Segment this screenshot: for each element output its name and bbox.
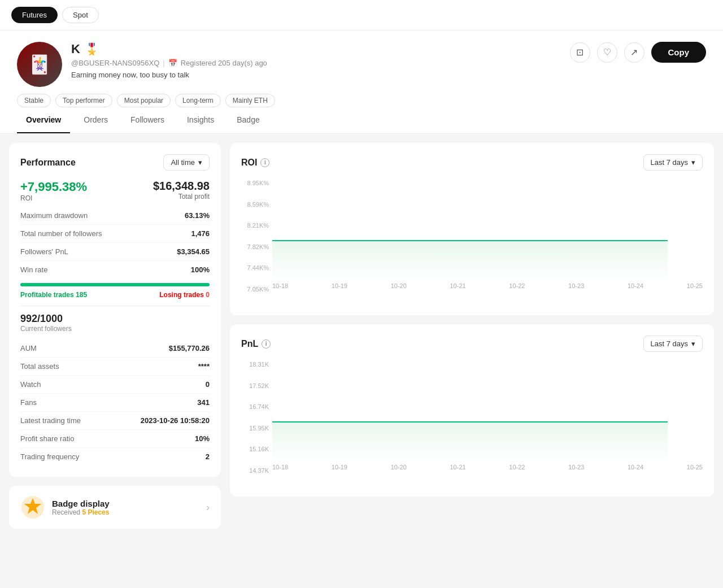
tag-top-performer: Top performer xyxy=(55,94,112,107)
trading-frequency-value: 2 xyxy=(206,452,210,461)
pnl-info-icon[interactable]: i xyxy=(262,339,271,349)
roi-chart-area: 8.95K% 8.59K% 8.21K% 7.82K% 7.44K% 7.05K… xyxy=(241,180,703,304)
tab-insights[interactable]: Insights xyxy=(178,107,223,133)
total-followers-value: 1,476 xyxy=(191,229,210,238)
total-profit-label: Total profit xyxy=(115,193,210,201)
current-followers-count: 992/1000 xyxy=(20,313,210,325)
futures-tab[interactable]: Futures xyxy=(11,7,58,23)
profile-bio: Earning money now, too busy to talk xyxy=(71,71,561,79)
tags-row: Stable Top performer Most popular Long-t… xyxy=(17,94,706,107)
left-panel: Performance All time ▾ +7,995.38% ROI $1… xyxy=(9,143,221,529)
profile-header: 🃏 K 🎖️ @BGUSER-NANS0956XQ | 📅 Registered… xyxy=(0,31,723,107)
win-rate-label: Win rate xyxy=(20,265,47,274)
total-profit-value: $16,348.98 xyxy=(115,180,210,193)
profile-username: @BGUSER-NANS0956XQ xyxy=(71,59,159,67)
profile-registered: 📅 xyxy=(168,59,177,67)
trades-row: Profitable trades 185 Losing trades 0 xyxy=(20,291,210,299)
copy-button[interactable]: Copy xyxy=(651,42,707,63)
pnl-y-axis: 18.31K 17.52K 16.74K 15.95K 15.16K 14.37… xyxy=(241,361,272,485)
roi-chart-svg xyxy=(272,180,703,281)
svg-marker-2 xyxy=(272,241,668,281)
chevron-right-icon: › xyxy=(206,502,210,513)
roi-chart-card: ROI i Last 7 days ▾ 8.95K% 8.59K% 8.21K%… xyxy=(230,143,714,315)
badge-icon xyxy=(20,495,45,520)
profitable-trades: Profitable trades 185 xyxy=(20,291,87,299)
pnl-period-dropdown[interactable]: Last 7 days ▾ xyxy=(643,336,703,352)
nav-tabs: Overview Orders Followers Insights Badge xyxy=(0,107,723,134)
roi-x-axis: 10-18 10-19 10-20 10-21 10-22 10-23 10-2… xyxy=(272,281,703,290)
performance-card: Performance All time ▾ +7,995.38% ROI $1… xyxy=(9,143,221,477)
pnl-x-axis: 10-18 10-19 10-20 10-21 10-22 10-23 10-2… xyxy=(272,463,703,472)
aum-value: $155,770.26 xyxy=(169,344,210,352)
roi-period-dropdown[interactable]: Last 7 days ▾ xyxy=(643,154,703,171)
heart-icon[interactable]: ♡ xyxy=(597,42,617,63)
current-followers-label: Current followers xyxy=(20,325,210,333)
watch-value: 0 xyxy=(206,380,210,389)
share-icon[interactable]: ↗ xyxy=(624,42,644,63)
svg-marker-4 xyxy=(272,422,668,463)
pnl-chart-area: 18.31K 17.52K 16.74K 15.95K 15.16K 14.37… xyxy=(241,361,703,485)
total-assets-label: Total assets xyxy=(20,362,59,371)
tab-badge[interactable]: Badge xyxy=(228,107,268,133)
roi-chart-title: ROI i xyxy=(241,158,269,168)
roi-y-axis: 8.95K% 8.59K% 8.21K% 7.82K% 7.44K% 7.05K… xyxy=(241,180,272,304)
chevron-down-icon: ▾ xyxy=(691,158,695,167)
aum-label: AUM xyxy=(20,344,37,352)
fans-label: Fans xyxy=(20,398,37,407)
total-assets-value: **** xyxy=(198,362,210,371)
compare-icon[interactable]: ⊡ xyxy=(570,42,590,63)
total-followers-label: Total number of followers xyxy=(20,229,102,238)
profile-actions: ⊡ ♡ ↗ Copy xyxy=(570,42,707,63)
roi-value: +7,995.38% xyxy=(20,180,115,194)
profile-info: K 🎖️ @BGUSER-NANS0956XQ | 📅 Registered 2… xyxy=(71,42,561,79)
badge-sub: Received 5 Pieces xyxy=(52,508,199,516)
watch-label: Watch xyxy=(20,380,41,389)
followers-pnl-label: Followers' PnL xyxy=(20,247,68,256)
tab-orders[interactable]: Orders xyxy=(75,107,117,133)
spot-tab[interactable]: Spot xyxy=(62,7,99,23)
max-drawdown-value: 63.13% xyxy=(185,211,210,220)
roi-info-icon[interactable]: i xyxy=(260,158,269,167)
trading-frequency-label: Trading frequency xyxy=(20,452,79,461)
chevron-down-icon: ▾ xyxy=(691,339,695,348)
tab-overview[interactable]: Overview xyxy=(17,107,70,133)
latest-trading-time-value: 2023-10-26 10:58:20 xyxy=(141,416,210,425)
avatar: 🃏 xyxy=(17,42,62,87)
latest-trading-time-label: Latest trading time xyxy=(20,416,81,425)
profit-share-ratio-label: Profit share ratio xyxy=(20,434,74,443)
profile-badge-emoji: 🎖️ xyxy=(85,42,99,56)
badge-card[interactable]: Badge display Received 5 Pieces › xyxy=(9,486,221,529)
losing-trades: Losing trades 0 xyxy=(159,291,210,299)
tag-most-popular: Most popular xyxy=(117,94,171,107)
tab-followers[interactable]: Followers xyxy=(121,107,173,133)
right-panel: ROI i Last 7 days ▾ 8.95K% 8.59K% 8.21K%… xyxy=(230,143,714,529)
tag-mainly-eth: Mainly ETH xyxy=(225,94,275,107)
main-content: Performance All time ▾ +7,995.38% ROI $1… xyxy=(0,143,723,538)
badge-title: Badge display xyxy=(52,499,199,508)
tag-stable: Stable xyxy=(17,94,51,107)
win-rate-value: 100% xyxy=(191,265,210,274)
period-dropdown[interactable]: All time ▾ xyxy=(163,154,210,171)
profile-name: K xyxy=(71,42,80,56)
win-bar xyxy=(20,283,210,286)
roi-label: ROI xyxy=(20,194,115,202)
top-tab-bar: Futures Spot xyxy=(0,0,723,31)
win-bar-container xyxy=(20,283,210,286)
followers-pnl-value: $3,354.65 xyxy=(177,247,210,256)
pnl-chart-svg xyxy=(272,361,703,463)
chevron-down-icon: ▾ xyxy=(198,158,202,167)
performance-title: Performance xyxy=(20,158,76,168)
fans-value: 341 xyxy=(197,398,210,407)
max-drawdown-label: Maximum drawdown xyxy=(20,211,88,220)
badge-info: Badge display Received 5 Pieces xyxy=(52,499,199,516)
pnl-chart-card: PnL i Last 7 days ▾ 18.31K 17.52K 16.74K… xyxy=(230,324,714,496)
profit-share-ratio-value: 10% xyxy=(195,434,210,443)
profile-registered-text: Registered 205 day(s) ago xyxy=(181,59,267,67)
tag-long-term: Long-term xyxy=(175,94,221,107)
pnl-chart-title: PnL i xyxy=(241,339,271,349)
